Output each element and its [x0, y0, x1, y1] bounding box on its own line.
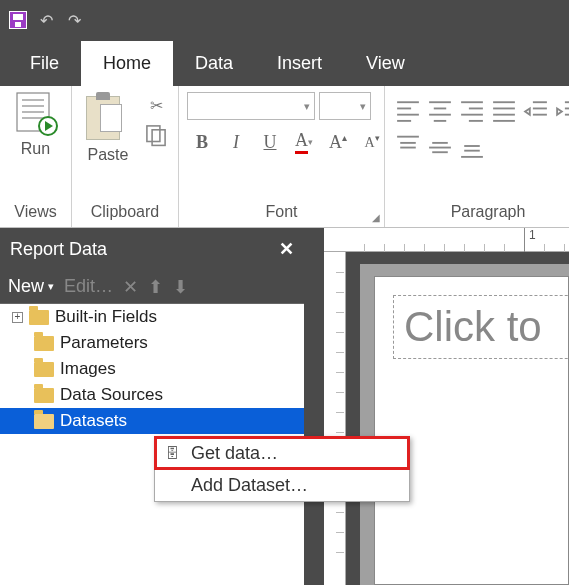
- folder-icon: [29, 310, 49, 325]
- cut-button[interactable]: ✂: [142, 92, 170, 118]
- copy-icon: [142, 122, 170, 148]
- menu-get-data[interactable]: 🗄 Get data…: [155, 437, 409, 469]
- chevron-down-icon: ▾: [360, 100, 366, 113]
- tree-label: Data Sources: [60, 385, 163, 405]
- chevron-down-icon: ▾: [304, 100, 310, 113]
- tree-label: Images: [60, 359, 116, 379]
- grow-font-button[interactable]: A▴: [323, 128, 353, 156]
- copy-button[interactable]: [142, 122, 170, 148]
- scissors-icon: ✂: [150, 96, 163, 115]
- run-button[interactable]: Run: [8, 92, 63, 158]
- run-icon: [14, 92, 58, 136]
- move-up-button[interactable]: ⬆: [148, 276, 163, 298]
- chevron-down-icon: ▾: [48, 280, 54, 293]
- shrink-font-button[interactable]: A▾: [357, 128, 387, 156]
- paste-button[interactable]: Paste: [80, 92, 136, 164]
- vertical-ruler: [324, 252, 346, 585]
- shrink-font-icon: A▾: [364, 133, 379, 151]
- tree-item-builtin-fields[interactable]: + Built-in Fields: [0, 304, 304, 330]
- valign-middle-button[interactable]: [425, 132, 455, 160]
- menu-add-dataset[interactable]: Add Dataset…: [155, 469, 409, 501]
- redo-button[interactable]: ↷: [60, 6, 88, 34]
- panel-close-button[interactable]: ✕: [279, 238, 294, 260]
- valign-top-button[interactable]: [393, 132, 423, 160]
- delete-button[interactable]: ✕: [123, 276, 138, 298]
- folder-icon: [34, 414, 54, 429]
- page-background: Click to: [360, 264, 569, 585]
- workspace: Report Data ✕ New ▾ Edit… ✕ ⬆ ⬇ + Built-…: [0, 228, 569, 585]
- save-icon: [9, 11, 27, 29]
- design-canvas: 1 Click to: [304, 228, 569, 585]
- outdent-icon: [521, 96, 551, 124]
- report-data-panel: Report Data ✕ New ▾ Edit… ✕ ⬆ ⬇ + Built-…: [0, 228, 304, 585]
- align-right-icon: [457, 96, 487, 124]
- valign-top-icon: [393, 132, 423, 160]
- grow-font-icon: A▴: [329, 132, 347, 153]
- tab-home[interactable]: Home: [81, 41, 173, 86]
- align-left-button[interactable]: [393, 96, 423, 124]
- ruler-label: 1: [529, 228, 536, 242]
- new-menu[interactable]: New: [8, 276, 44, 297]
- group-views: Run Views: [0, 86, 72, 227]
- outdent-button[interactable]: [521, 96, 551, 124]
- svg-rect-6: [152, 130, 165, 146]
- align-right-button[interactable]: [457, 96, 487, 124]
- svg-marker-30: [557, 108, 562, 114]
- tab-insert[interactable]: Insert: [255, 41, 344, 86]
- tab-file[interactable]: File: [8, 41, 81, 86]
- font-dialog-launcher[interactable]: ◢: [372, 212, 380, 223]
- tree-item-datasets[interactable]: Datasets: [0, 408, 304, 434]
- align-center-icon: [425, 96, 455, 124]
- valign-middle-icon: [425, 132, 455, 160]
- italic-button[interactable]: I: [221, 128, 251, 156]
- tree-label: Datasets: [60, 411, 127, 431]
- align-left-icon: [393, 96, 423, 124]
- tree-item-data-sources[interactable]: Data Sources: [0, 382, 304, 408]
- undo-button[interactable]: ↶: [32, 6, 60, 34]
- edit-button[interactable]: Edit…: [64, 276, 113, 297]
- font-color-icon: A: [295, 130, 308, 154]
- title-bar: ↶ ↷: [0, 0, 569, 40]
- tab-data[interactable]: Data: [173, 41, 255, 86]
- group-font: ▾ ▾ B I U A▾ A▴ A▾ Font◢: [179, 86, 385, 227]
- group-paragraph-label: Paragraph◢: [385, 199, 569, 227]
- save-button[interactable]: [4, 6, 32, 34]
- font-color-button[interactable]: A▾: [289, 128, 319, 156]
- valign-bottom-icon: [457, 132, 487, 160]
- group-paragraph: Paragraph◢: [385, 86, 569, 227]
- folder-icon: [34, 336, 54, 351]
- group-clipboard-label: Clipboard: [72, 199, 178, 227]
- svg-marker-26: [525, 108, 530, 114]
- underline-button[interactable]: U: [255, 128, 285, 156]
- folder-icon: [34, 388, 54, 403]
- group-font-label: Font◢: [179, 199, 384, 227]
- font-size-combo[interactable]: ▾: [319, 92, 371, 120]
- horizontal-ruler: 1: [324, 228, 569, 252]
- ribbon-tabs: File Home Data Insert View: [0, 40, 569, 86]
- paste-icon: [86, 92, 130, 142]
- tab-view[interactable]: View: [344, 41, 427, 86]
- ribbon: Run Views Paste ✂ Clipboard ▾: [0, 86, 569, 228]
- svg-rect-5: [147, 126, 160, 142]
- folder-icon: [34, 362, 54, 377]
- tree-item-parameters[interactable]: Parameters: [0, 330, 304, 356]
- bold-button[interactable]: B: [187, 128, 217, 156]
- context-menu: 🗄 Get data… Add Dataset…: [154, 436, 410, 502]
- report-page[interactable]: Click to: [374, 276, 569, 585]
- report-tree: + Built-in Fields Parameters Images Data…: [0, 304, 304, 585]
- database-icon: 🗄: [163, 445, 181, 461]
- menu-label: Get data…: [191, 443, 278, 464]
- align-center-button[interactable]: [425, 96, 455, 124]
- tree-item-images[interactable]: Images: [0, 356, 304, 382]
- run-label: Run: [21, 140, 50, 158]
- plus-icon[interactable]: +: [12, 312, 23, 323]
- font-family-combo[interactable]: ▾: [187, 92, 315, 120]
- menu-label: Add Dataset…: [191, 475, 308, 496]
- indent-button[interactable]: [553, 96, 569, 124]
- group-clipboard: Paste ✂ Clipboard: [72, 86, 179, 227]
- valign-bottom-button[interactable]: [457, 132, 487, 160]
- paste-label: Paste: [88, 146, 129, 164]
- move-down-button[interactable]: ⬇: [173, 276, 188, 298]
- align-justify-button[interactable]: [489, 96, 519, 124]
- title-placeholder[interactable]: Click to: [393, 295, 569, 359]
